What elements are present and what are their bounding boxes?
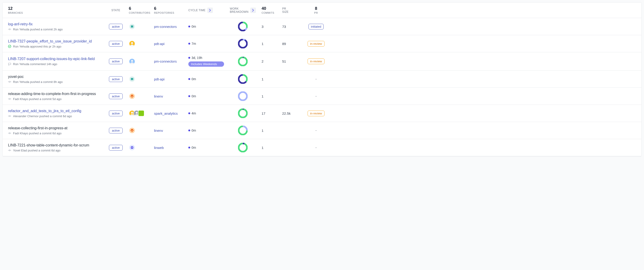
svg-rect-43 bbox=[131, 130, 132, 131]
pr-size-value: 89 bbox=[282, 42, 302, 46]
svg-point-31 bbox=[239, 92, 247, 100]
work-breakdown-chart[interactable] bbox=[227, 53, 259, 70]
cycle-time: 4m bbox=[188, 112, 224, 115]
repo-link[interactable]: pm-connectors bbox=[154, 25, 183, 28]
activity-text: Ron Yehuda commented 14h ago bbox=[13, 62, 57, 66]
branch-name[interactable]: refactor_and_add_tests_to_jira_to_etl_co… bbox=[8, 109, 103, 113]
header-pr-size[interactable]: PR SIZE bbox=[280, 3, 304, 17]
status-dot-icon bbox=[188, 112, 190, 114]
state-badge[interactable]: active bbox=[109, 111, 123, 116]
contributor-avatars[interactable] bbox=[129, 144, 148, 151]
state-badge[interactable]: active bbox=[109, 58, 123, 64]
branch-name[interactable]: LINB-7207-support-collecting-issues-by-e… bbox=[8, 57, 103, 61]
table-row: LINB-7327-people_effort_to_use_issue_pro… bbox=[2, 35, 642, 52]
branch-name[interactable]: LINB-7221-show-table-content-dynamic-for… bbox=[8, 143, 103, 147]
header-repositories[interactable]: 6 REPOSITORIES bbox=[151, 2, 186, 18]
table-row: release-collecting-first-in-progress-at … bbox=[2, 122, 642, 139]
contributor-avatars[interactable] bbox=[129, 93, 148, 99]
repo-link[interactable]: pdt-api bbox=[154, 42, 183, 46]
contributor-avatars[interactable] bbox=[129, 58, 148, 65]
state-badge[interactable]: active bbox=[109, 145, 123, 150]
repo-link[interactable]: linenv bbox=[154, 94, 183, 98]
commits-value: 1 bbox=[262, 146, 277, 150]
activity-text: Ron Yehuda approved this pr 2h ago bbox=[13, 45, 61, 48]
comment-icon bbox=[8, 63, 11, 66]
commit-icon bbox=[8, 28, 11, 31]
commit-icon bbox=[8, 149, 11, 152]
cycle-time: 7m bbox=[188, 42, 224, 45]
svg-rect-29 bbox=[132, 96, 134, 97]
contributor-avatars[interactable] bbox=[129, 127, 148, 134]
contributor-avatars[interactable] bbox=[129, 110, 148, 117]
repo-link[interactable]: pm-connectors bbox=[154, 59, 183, 63]
chevron-right-icon[interactable] bbox=[207, 7, 213, 13]
header-state[interactable]: STATE bbox=[106, 5, 126, 15]
work-breakdown-chart[interactable] bbox=[227, 139, 259, 156]
svg-point-48 bbox=[9, 150, 10, 151]
branch-name[interactable]: log-anf-retry-fix bbox=[8, 22, 103, 26]
svg-point-32 bbox=[9, 116, 10, 117]
cycle-time: 3d, 19h bbox=[188, 56, 224, 60]
table-row: refactor_and_add_tests_to_jira_to_etl_co… bbox=[2, 105, 642, 122]
branch-name[interactable]: yovel-poc bbox=[8, 75, 103, 79]
activity-text: Yovel Elad pushed a commit 6d ago bbox=[13, 149, 60, 152]
header-contributors[interactable]: 6 CONTRIBUTORS bbox=[126, 2, 151, 18]
repo-link[interactable]: linweb bbox=[154, 146, 183, 150]
pr-status-badge[interactable]: in-review bbox=[308, 58, 324, 64]
work-breakdown-chart[interactable] bbox=[227, 35, 259, 52]
header-work-breakdown[interactable]: WORK BREAKDOWN bbox=[227, 3, 259, 17]
commits-value: 2 bbox=[262, 59, 277, 63]
activity-text: Fadi Khayo pushed a commit 6d ago bbox=[13, 132, 62, 135]
commits-value: 1 bbox=[262, 42, 277, 46]
activity-text: Alexander Chernov pushed a commit 6d ago bbox=[13, 115, 72, 118]
svg-point-24 bbox=[9, 99, 10, 100]
commit-icon bbox=[8, 80, 11, 83]
svg-rect-52 bbox=[132, 147, 132, 148]
header-cycle-time[interactable]: CYCLE TIME bbox=[186, 4, 227, 17]
work-breakdown-chart[interactable] bbox=[227, 88, 259, 105]
branch-activity: Alexander Chernov pushed a commit 6d ago bbox=[8, 115, 103, 118]
chevron-right-icon[interactable] bbox=[250, 7, 256, 13]
state-badge[interactable]: active bbox=[109, 76, 123, 82]
state-badge[interactable]: active bbox=[109, 41, 123, 47]
header-branches[interactable]: 12 BRANCHES bbox=[2, 2, 106, 18]
repo-link[interactable]: linenv bbox=[154, 129, 183, 133]
branch-name[interactable]: LINB-7327-people_effort_to_use_issue_pro… bbox=[8, 39, 103, 43]
svg-point-39 bbox=[9, 133, 10, 134]
work-breakdown-chart[interactable] bbox=[227, 18, 259, 35]
work-breakdown-chart[interactable] bbox=[227, 71, 259, 88]
work-breakdown-chart[interactable] bbox=[227, 105, 259, 122]
repo-link[interactable]: spark_analytics bbox=[154, 112, 183, 115]
pr-status-badge[interactable]: initiated bbox=[308, 24, 324, 29]
state-badge[interactable]: active bbox=[109, 93, 123, 99]
repo-link[interactable]: pdt-api bbox=[154, 77, 183, 81]
work-breakdown-chart[interactable] bbox=[227, 122, 259, 139]
state-badge[interactable]: active bbox=[109, 24, 123, 29]
pr-status-empty: - bbox=[315, 77, 316, 81]
table-row: release-adding-time-to-complete-from-fir… bbox=[2, 88, 642, 105]
pr-status-badge[interactable]: in-review bbox=[308, 41, 324, 47]
status-dot-icon bbox=[188, 95, 190, 97]
branch-name[interactable]: release-collecting-first-in-progress-at bbox=[8, 126, 103, 130]
svg-rect-45 bbox=[132, 131, 132, 132]
contributor-avatars[interactable] bbox=[129, 23, 148, 30]
status-dot-icon bbox=[188, 147, 190, 148]
svg-rect-5 bbox=[131, 26, 133, 27]
branch-name[interactable]: release-adding-time-to-complete-from-fir… bbox=[8, 92, 103, 96]
header-pr[interactable]: 8 PR bbox=[304, 2, 328, 18]
cycle-time: 0m bbox=[188, 94, 224, 98]
table-row: log-anf-retry-fix Ron Yehuda pushed a co… bbox=[2, 18, 642, 35]
svg-point-10 bbox=[131, 42, 133, 44]
repositories-count: 6 bbox=[154, 6, 183, 11]
state-badge[interactable]: active bbox=[109, 128, 123, 134]
pr-status-empty: - bbox=[315, 128, 316, 133]
branches-label: BRANCHES bbox=[8, 11, 103, 14]
contributor-avatars[interactable] bbox=[129, 76, 148, 82]
header-commits[interactable]: 40 COMMITS bbox=[259, 2, 280, 18]
pr-status-badge[interactable]: in-review bbox=[308, 111, 324, 116]
contributors-count: 6 bbox=[129, 6, 148, 11]
svg-point-15 bbox=[239, 57, 247, 66]
contributor-avatars[interactable] bbox=[129, 40, 148, 47]
status-dot-icon bbox=[188, 130, 190, 131]
svg-point-13 bbox=[131, 60, 133, 62]
